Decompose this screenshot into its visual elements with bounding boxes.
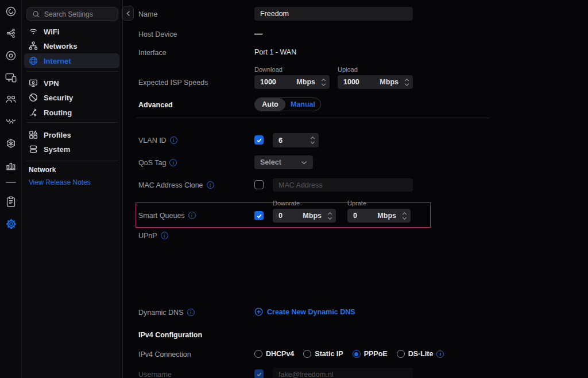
search-input[interactable]: Search Settings [26, 7, 118, 21]
sidebar-item-networks[interactable]: Networks [24, 39, 119, 53]
radio-selected-icon [353, 350, 361, 358]
qos-select[interactable]: Select [254, 155, 313, 169]
notes-icon[interactable] [4, 195, 18, 209]
release-notes-link[interactable]: View Release Notes [29, 178, 91, 186]
radio-icon [303, 350, 311, 358]
settings-gear-icon[interactable] [4, 217, 18, 231]
downrate-field: Mbps [273, 209, 336, 223]
download-unit-label: Mbps [296, 78, 315, 86]
sidebar-item-system[interactable]: System [24, 142, 119, 156]
insights-icon[interactable] [4, 115, 18, 128]
radio-option-pppoe[interactable]: PPPoE [353, 350, 388, 358]
chevron-down-icon [402, 217, 407, 220]
sidebar-item-profiles[interactable]: Profiles [24, 128, 119, 142]
host-device-label: Host Device [138, 30, 177, 38]
search-icon [32, 10, 40, 18]
sidebar-collapse-button[interactable] [122, 6, 134, 21]
uprate-stepper[interactable] [399, 212, 407, 220]
mac-clone-label: MAC Address Clone i [138, 181, 214, 189]
search-placeholder: Search Settings [44, 10, 93, 18]
system-icon [29, 145, 38, 154]
radio-label: PPPoE [364, 350, 388, 358]
radio-target-icon[interactable] [4, 49, 18, 63]
radio-option-static-ip[interactable]: Static IP [303, 350, 343, 358]
advanced-manual-option[interactable]: Manual [285, 98, 320, 111]
statistics-icon[interactable] [4, 158, 18, 172]
info-icon[interactable]: i [169, 159, 177, 166]
chevron-down-icon [327, 217, 332, 220]
mac-clone-label-text: MAC Address Clone [138, 181, 203, 189]
vlan-id-field [273, 133, 319, 147]
radio-label: DS-Lite [408, 350, 434, 358]
advanced-auto-option[interactable]: Auto [255, 98, 285, 111]
sidebar-item-wifi[interactable]: WiFi [24, 25, 119, 38]
vlan-checkbox[interactable] [254, 135, 264, 145]
check-icon [256, 371, 262, 377]
info-icon[interactable]: i [436, 350, 444, 358]
uprate-label: Uprate [347, 200, 366, 206]
info-icon[interactable]: i [187, 309, 195, 316]
chevron-down-icon [301, 161, 307, 165]
name-label: Name [138, 10, 157, 18]
chevron-up-icon [404, 79, 409, 81]
download-stepper[interactable] [318, 79, 326, 86]
create-dynamic-dns-label: Create New Dynamic DNS [267, 308, 355, 316]
upload-stepper[interactable] [401, 79, 409, 86]
downrate-label: Downrate [273, 200, 300, 206]
create-dynamic-dns-link[interactable]: Create New Dynamic DNS [254, 307, 355, 316]
sidebar-item-label: Routing [44, 108, 72, 117]
sidebar-item-vpn[interactable]: VPN [24, 76, 119, 90]
sidebar-item-routing[interactable]: Routing [24, 106, 119, 119]
name-input[interactable] [254, 7, 413, 21]
radio-option-ds-lite[interactable]: DS-Lite i [397, 350, 444, 358]
advanced-toggle: Auto Manual [254, 98, 321, 111]
security-icon [29, 93, 38, 102]
advanced-label: Advanced [138, 100, 173, 109]
upload-speed-field: Mbps [338, 75, 413, 89]
sidebar-item-internet[interactable]: Internet [24, 53, 119, 68]
unifi-logo-icon[interactable] [4, 5, 18, 18]
uprate-input[interactable] [353, 212, 377, 220]
ipv4-connection-label: IPv4 Connection [138, 350, 191, 358]
chevron-down-icon [404, 83, 409, 86]
chevron-left-icon [126, 10, 131, 17]
routing-icon [29, 108, 38, 117]
chevron-up-icon [327, 212, 332, 215]
chevron-down-icon [310, 141, 315, 144]
app-name-label: Network [29, 166, 56, 174]
wifi-icon [29, 27, 38, 36]
username-input[interactable] [273, 368, 413, 378]
info-icon[interactable]: i [170, 137, 177, 144]
info-icon[interactable]: i [207, 181, 214, 189]
networks-tree-icon [29, 41, 38, 50]
smart-queues-label-text: Smart Queues [138, 212, 185, 220]
mac-address-input[interactable] [273, 178, 413, 192]
download-speed-input[interactable] [260, 78, 296, 86]
profiles-icon [29, 130, 38, 139]
topology-icon[interactable] [4, 26, 18, 40]
qos-tag-label: QoS Tag i [138, 158, 177, 167]
upload-speed-input[interactable] [343, 78, 380, 86]
info-icon[interactable]: i [188, 212, 196, 219]
mac-clone-checkbox[interactable] [254, 180, 264, 189]
clients-icon[interactable] [4, 92, 18, 106]
sidebar-item-label: Profiles [44, 131, 71, 139]
radio-option-dhcpv4[interactable]: DHCPv4 [254, 350, 294, 358]
vlan-stepper[interactable] [307, 137, 315, 144]
vlan-id-input[interactable] [278, 137, 307, 145]
mesh-icon[interactable] [4, 137, 18, 150]
username-label: Username [138, 370, 172, 378]
vpn-icon [29, 79, 38, 88]
downrate-input[interactable] [278, 212, 303, 220]
sidebar-divider [26, 122, 118, 123]
smart-queues-checkbox[interactable] [254, 211, 264, 220]
sidebar-item-label: System [44, 145, 70, 154]
radio-label: DHCPv4 [266, 350, 294, 358]
username-checkbox[interactable] [254, 369, 264, 378]
downrate-stepper[interactable] [324, 212, 332, 220]
interface-label: Interface [138, 48, 167, 57]
sidebar-item-label: WiFi [44, 28, 59, 36]
info-icon[interactable]: i [161, 232, 168, 239]
sidebar-item-security[interactable]: Security [24, 91, 119, 104]
devices-icon[interactable] [4, 71, 18, 84]
